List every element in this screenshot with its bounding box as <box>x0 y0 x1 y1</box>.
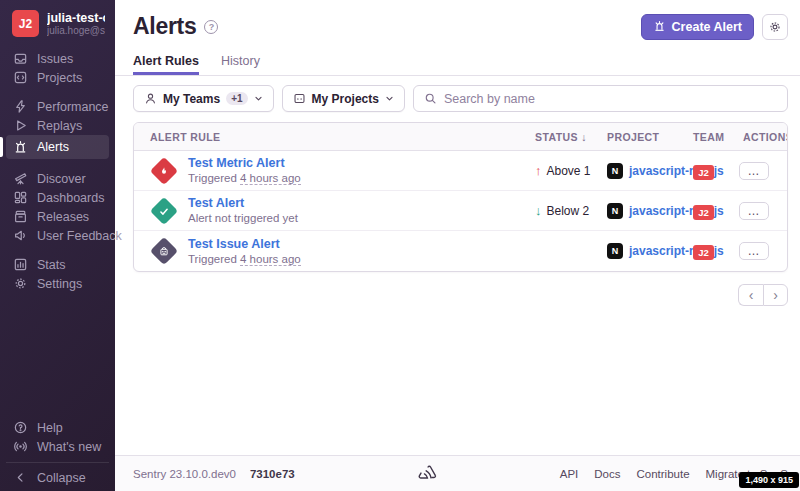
dashboards-icon <box>12 190 28 206</box>
broadcast-icon <box>12 439 28 455</box>
performance-icon <box>12 99 28 115</box>
sidebar-item-dashboards[interactable]: Dashboards <box>6 188 109 207</box>
team-cell: J2 <box>693 202 735 220</box>
alerts-settings-button[interactable] <box>762 14 788 40</box>
page-help-icon[interactable]: ? <box>204 20 218 34</box>
sidebar-item-replays[interactable]: Replays <box>6 116 109 135</box>
teams-filter-button[interactable]: My Teams +1 <box>133 85 274 112</box>
sidebar-item-alerts[interactable]: Alerts <box>6 135 109 159</box>
sidebar-item-projects[interactable]: Projects <box>6 68 109 87</box>
page-header: Alerts ? Create Alert <box>115 0 800 40</box>
sidebar-item-label: Settings <box>37 277 82 291</box>
footer-link-api[interactable]: API <box>560 468 579 480</box>
sidebar-item-stats[interactable]: Stats <box>6 255 109 274</box>
settings-icon <box>12 276 28 292</box>
resolved-alert-icon <box>150 196 178 224</box>
sidebar-item-help[interactable]: Help <box>6 418 109 437</box>
footer-link-docs[interactable]: Docs <box>594 468 620 480</box>
next-page-button[interactable]: › <box>763 284 788 306</box>
sidebar-item-label: Issues <box>37 52 73 66</box>
status-value: Below 2 <box>547 204 590 218</box>
sidebar-collapse-button[interactable]: Collapse <box>6 468 109 487</box>
discover-icon <box>12 171 28 187</box>
page-title: Alerts <box>133 13 196 40</box>
table-row: Test Metric Alert Triggered 4 hours ago … <box>134 151 787 191</box>
table-header: ALERT RULE STATUS ↓ PROJECT TEAM ACTIONS <box>134 123 787 151</box>
sidebar-item-whats-new[interactable]: What's new <box>6 437 109 456</box>
sidebar-item-label: Help <box>37 421 63 435</box>
team-cell: J2 <box>693 242 735 260</box>
row-actions-button[interactable]: … <box>739 202 769 220</box>
status-value: Above 1 <box>547 164 591 178</box>
column-team: TEAM <box>693 131 735 143</box>
footer: Sentry 23.10.0.dev0 7310e73 API Docs Con… <box>115 455 800 491</box>
tab-alert-rules[interactable]: Alert Rules <box>133 49 199 75</box>
releases-icon <box>12 209 28 225</box>
alert-rule-subtext: Alert not triggered yet <box>188 211 298 225</box>
alert-rule-link[interactable]: Test Metric Alert <box>188 156 301 171</box>
column-status[interactable]: STATUS ↓ <box>535 131 593 143</box>
team-badge[interactable]: J2 <box>693 245 714 260</box>
projects-filter-button[interactable]: My Projects <box>282 85 405 112</box>
sidebar-item-user-feedback[interactable]: User Feedback <box>6 226 109 245</box>
table-row: Test Alert Alert not triggered yet ↓ Bel… <box>134 191 787 231</box>
tab-history[interactable]: History <box>221 49 260 75</box>
project-cell: N javascript-nextjs <box>593 203 693 219</box>
sidebar-item-label: Performance <box>37 100 109 114</box>
org-switcher[interactable]: J2 julia-test-org-2 … julia.hoge@sentry.… <box>0 0 115 45</box>
metric-alert-icon <box>150 156 178 184</box>
team-badge[interactable]: J2 <box>693 205 714 220</box>
project-icon <box>293 92 306 105</box>
sidebar-item-settings[interactable]: Settings <box>6 274 109 293</box>
version-label: Sentry 23.10.0.dev0 <box>133 468 236 480</box>
row-actions-button[interactable]: … <box>739 162 769 180</box>
replays-icon <box>12 118 28 134</box>
projects-filter-label: My Projects <box>312 92 379 106</box>
project-cell: N javascript-nextjs <box>593 163 693 179</box>
sidebar-item-label: Collapse <box>37 471 86 485</box>
org-name: julia-test-org-2 … <box>47 11 105 25</box>
sidebar-nav: Issues Projects Performance Replays <box>0 45 115 303</box>
arrow-up-icon: ↑ <box>535 163 542 178</box>
create-alert-button[interactable]: Create Alert <box>641 14 754 40</box>
alert-rule-link[interactable]: Test Issue Alert <box>188 237 301 252</box>
sidebar-item-label: Alerts <box>37 140 69 154</box>
sidebar-item-releases[interactable]: Releases <box>6 207 109 226</box>
teams-extra-count: +1 <box>226 92 247 105</box>
issues-icon <box>12 51 28 67</box>
org-email: julia.hoge@sentry.io <box>47 25 105 36</box>
alert-rule-link[interactable]: Test Alert <box>188 196 298 211</box>
project-cell: N javascript-nextjs <box>593 243 693 259</box>
sidebar-item-label: Projects <box>37 71 82 85</box>
sidebar-item-label: Dashboards <box>37 191 104 205</box>
sidebar-bottom: Help What's new Collapse <box>0 418 115 491</box>
team-cell: J2 <box>693 162 735 180</box>
search-input[interactable] <box>444 92 777 106</box>
trigger-time-link[interactable]: 4 hours ago <box>240 253 301 266</box>
pagination: ‹ › <box>115 284 788 306</box>
trigger-time-link[interactable]: 4 hours ago <box>240 172 301 185</box>
alert-rules-table: ALERT RULE STATUS ↓ PROJECT TEAM ACTIONS… <box>133 122 788 272</box>
siren-icon <box>653 20 666 33</box>
nextjs-logo-icon: N <box>607 163 623 179</box>
stats-icon <box>12 257 28 273</box>
create-alert-label: Create Alert <box>672 20 742 34</box>
org-avatar[interactable]: J2 <box>12 10 39 37</box>
sort-arrow-icon: ↓ <box>581 131 587 143</box>
sidebar-item-discover[interactable]: Discover <box>6 169 109 188</box>
gear-icon <box>768 20 782 34</box>
row-actions-button[interactable]: … <box>739 242 769 260</box>
window-size-badge: 1,490 x 915 <box>739 472 799 488</box>
column-alert-rule: ALERT RULE <box>134 131 535 143</box>
prev-page-button[interactable]: ‹ <box>738 284 763 306</box>
search-box[interactable] <box>413 85 788 112</box>
footer-link-contribute[interactable]: Contribute <box>636 468 689 480</box>
sidebar-item-issues[interactable]: Issues <box>6 49 109 68</box>
sidebar-item-label: User Feedback <box>37 229 122 243</box>
build-hash[interactable]: 7310e73 <box>250 468 295 480</box>
tab-bar: Alert Rules History <box>115 49 800 76</box>
status-cell: ↑ Above 1 <box>535 163 593 178</box>
sidebar-item-performance[interactable]: Performance <box>6 97 109 116</box>
team-badge[interactable]: J2 <box>693 165 714 180</box>
status-cell: ↓ Below 2 <box>535 203 593 218</box>
